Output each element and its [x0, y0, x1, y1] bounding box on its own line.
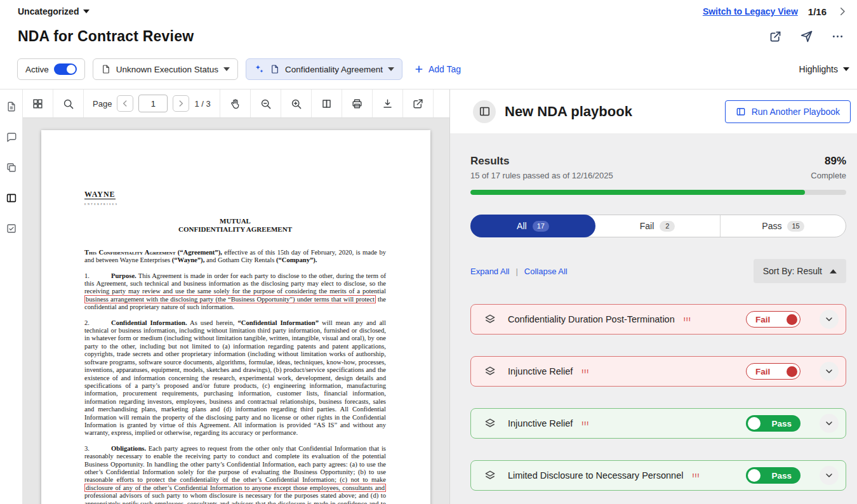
run-another-playbook-button[interactable]: Run Another Playbook [725, 100, 851, 123]
tab-all-count: 17 [533, 221, 549, 232]
chevron-left-icon [121, 99, 130, 108]
annotation-highlight[interactable]: business arrangement with the disclosing… [84, 295, 376, 303]
results-filter-tabs: All 17 Fail 2 Pass 15 [470, 215, 846, 237]
two-page-icon [321, 98, 333, 110]
rule-status-toggle[interactable]: Pass [746, 415, 801, 432]
caret-up-icon [830, 269, 837, 274]
doc-type-label: Confidentiality Agreement [285, 65, 383, 74]
rule-status-toggle[interactable]: Fail [746, 363, 801, 380]
expand-all-link[interactable]: Expand All [470, 267, 509, 276]
search-icon [62, 98, 74, 110]
layers-icon [484, 417, 496, 430]
tab-pass[interactable]: Pass 15 [721, 215, 846, 237]
pdf-toolbar: Page 1 / 3 [23, 90, 449, 118]
active-status-toggle[interactable]: Active [17, 58, 85, 80]
layers-icon [484, 313, 496, 326]
rule-status-toggle[interactable]: Pass [746, 467, 801, 484]
thumbnails-button[interactable] [23, 90, 53, 117]
pan-tool-button[interactable] [220, 90, 251, 117]
annotation-highlight[interactable]: disclosure of any of the other’s Confide… [84, 484, 386, 492]
download-button[interactable] [373, 90, 403, 117]
results-complete-label: Complete [811, 171, 846, 180]
page-number-input[interactable] [138, 95, 168, 112]
execution-status-label: Unknown Execution Status [116, 65, 218, 74]
plus-icon [414, 64, 424, 74]
zoom-out-icon [260, 98, 272, 110]
chevron-down-icon [83, 10, 90, 13]
expand-rule-button[interactable] [820, 466, 839, 485]
open-external-button[interactable] [769, 30, 782, 43]
document-section-1: 1.Purpose. This Agreement is made in ord… [84, 272, 386, 312]
add-tag-label: Add Tag [428, 64, 461, 74]
rail-versions-tab[interactable] [6, 162, 17, 173]
playbook-panel-icon [6, 192, 17, 204]
page-controls: Page 1 / 3 [84, 90, 220, 117]
expand-rule-button[interactable] [820, 362, 839, 381]
open-in-new-button[interactable] [403, 90, 434, 117]
checklist-icon [6, 223, 17, 234]
tab-pass-count: 15 [787, 221, 804, 232]
expand-rule-button[interactable] [820, 414, 839, 433]
rail-comments-tab[interactable] [6, 131, 17, 143]
rail-document-tab[interactable] [6, 101, 17, 112]
zoom-in-icon [290, 98, 302, 110]
two-page-view-button[interactable] [312, 90, 342, 117]
page-label: Page [93, 99, 112, 109]
severity-marker: !!! [581, 420, 589, 427]
results-progress-bar [470, 190, 846, 195]
playbook-title: New NDA playbook [505, 103, 632, 120]
file-icon [6, 101, 17, 112]
document-title: MUTUAL CONFIDENTIALITY AGREEMENT [84, 217, 386, 234]
rule-card[interactable]: Injunctive Relief !!! Pass [470, 408, 846, 439]
highlights-dropdown[interactable]: Highlights [799, 64, 849, 74]
tab-fail-count: 2 [660, 221, 675, 232]
add-tag-button[interactable]: Add Tag [410, 64, 465, 74]
page-title: NDA for Contract Review [18, 28, 194, 45]
sort-by-dropdown[interactable]: Sort By: Result [754, 259, 846, 283]
rule-status-toggle[interactable]: Fail [746, 311, 801, 328]
download-icon [382, 98, 394, 110]
send-icon [800, 30, 813, 43]
rule-card[interactable]: Injunctive Relief !!! Fail [470, 356, 846, 387]
toggle-knob [748, 417, 761, 430]
print-button[interactable] [342, 90, 373, 117]
search-document-button[interactable] [53, 90, 84, 117]
link-separator: | [515, 267, 517, 276]
active-label: Active [25, 65, 49, 74]
results-heading: Results [470, 155, 509, 168]
left-rail [0, 90, 23, 504]
rule-card[interactable]: Confidentiality Duration Post-Terminatio… [470, 304, 846, 335]
severity-marker: !!! [684, 316, 691, 322]
external-link-icon [412, 98, 424, 110]
execution-status-dropdown[interactable]: Unknown Execution Status [93, 58, 238, 80]
chevron-down-icon [388, 67, 394, 71]
switch-legacy-view-link[interactable]: Switch to Legacy View [703, 6, 798, 17]
highlights-label: Highlights [799, 64, 838, 74]
expand-rule-button[interactable] [820, 310, 839, 329]
tab-all[interactable]: All 17 [470, 215, 595, 237]
sparkles-icon [254, 64, 265, 75]
prev-page-button[interactable] [117, 95, 133, 112]
rail-playbook-tab[interactable] [6, 192, 17, 204]
category-dropdown[interactable]: Uncategorized [18, 6, 90, 17]
collapse-all-link[interactable]: Collapse All [524, 267, 568, 276]
pdf-viewport[interactable]: WAYNE ENTERPRISES MUTUAL CONFIDENTIALITY… [23, 118, 449, 504]
doc-type-tag-dropdown[interactable]: Confidentiality Agreement [246, 58, 402, 80]
next-record-button[interactable] [837, 6, 848, 17]
toggle-knob [785, 365, 799, 378]
rule-card[interactable]: Limited Disclosure to Necessary Personne… [470, 460, 846, 491]
next-page-button[interactable] [173, 95, 189, 112]
send-button[interactable] [800, 30, 813, 43]
document-icon [270, 64, 280, 74]
printer-icon [351, 98, 363, 110]
tab-fail[interactable]: Fail 2 [595, 215, 721, 237]
zoom-out-button[interactable] [251, 90, 281, 117]
rule-name: Confidentiality Duration Post-Terminatio… [508, 314, 675, 324]
zoom-in-button[interactable] [281, 90, 312, 117]
results-percent: 89% [825, 155, 846, 168]
more-options-button[interactable] [831, 30, 844, 43]
toggle-switch[interactable] [54, 63, 77, 75]
rail-tasks-tab[interactable] [6, 223, 17, 234]
rule-name: Injunctive Relief [508, 366, 573, 376]
company-logo: WAYNE ENTERPRISES [84, 190, 386, 209]
